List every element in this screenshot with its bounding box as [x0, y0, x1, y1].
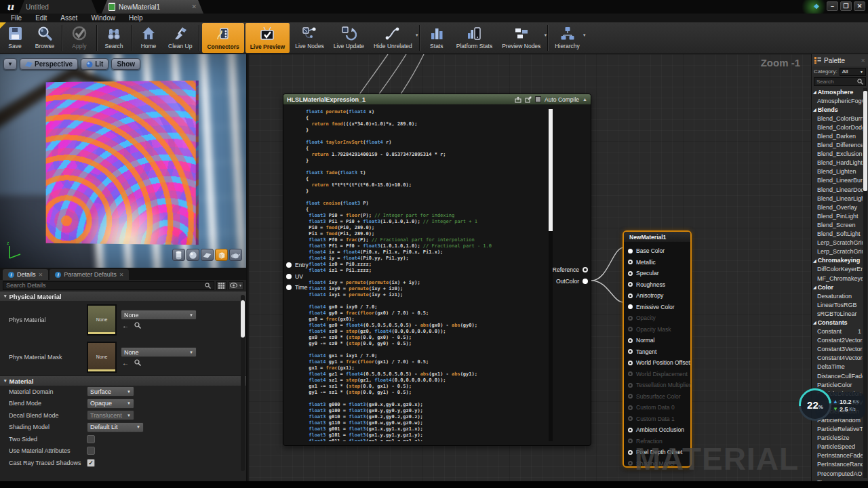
grid-view-button[interactable] [216, 281, 226, 290]
material-pin-metallic[interactable]: Metallic [628, 257, 689, 268]
net-speed-overlay[interactable]: ▲10.2K/s ▼2.5K/s 22% [799, 387, 867, 424]
home-button[interactable]: Home [134, 22, 163, 54]
pin-circle-icon[interactable] [286, 262, 292, 268]
palette-item-atmosphericfogc[interactable]: AtmosphericFogC [812, 96, 863, 105]
material-result-node[interactable]: NewMaterial1 Base ColorMetallicSpecularR… [623, 230, 692, 468]
pin-circle-icon[interactable] [628, 293, 633, 298]
palette-item-blend-screen[interactable]: Blend_Screen [812, 220, 863, 229]
dropdown-caret-icon[interactable]: ▼ [415, 33, 419, 37]
apply-button[interactable]: Apply [64, 22, 94, 54]
tab-newmaterial1[interactable]: NewMaterial1 ✕ [102, 0, 203, 14]
shading-model-dropdown[interactable]: Default Lit▼ [87, 422, 144, 432]
palette-item-blend-hardlight[interactable]: Blend_HardLight [812, 159, 863, 167]
pin-circle-icon[interactable] [628, 394, 633, 399]
preview-shape-teapot-button[interactable] [229, 249, 242, 261]
live-nodes-button[interactable]: Live Nodes [290, 22, 329, 54]
palette-item-lerp-scratchgrin[interactable]: Lerp_ScratchGrin [812, 239, 863, 247]
details-search-input[interactable]: Search Details [3, 281, 214, 290]
output-pin-outcolor[interactable]: OutColor [556, 278, 588, 285]
palette-category-blends[interactable]: ◢Blends [812, 105, 863, 114]
stats-button[interactable]: Stats [422, 22, 452, 54]
collapse-node-icon[interactable]: ▲ [583, 97, 587, 102]
cast-ray-traced-shadows-checkbox[interactable]: ✓ [87, 459, 95, 467]
pin-circle-icon[interactable] [628, 260, 633, 264]
material-pin-specular[interactable]: Specular [628, 268, 689, 279]
palette-item-blend-lighten[interactable]: Blend_Lighten [812, 167, 863, 176]
palette-category-atmosphere[interactable]: ◢Atmosphere [812, 87, 863, 96]
pin-circle-icon[interactable] [628, 428, 633, 432]
palette-item-blend-linearburn[interactable]: Blend_LinearBurn [812, 176, 863, 185]
dropdown-caret-icon[interactable]: ▼ [583, 33, 587, 37]
section-header-physical-material[interactable]: ▾Physical Material [0, 291, 246, 301]
hide-unrelated-button[interactable]: Hide Unrelated▼ [369, 22, 417, 54]
palette-item-constant[interactable]: Constant1 [812, 327, 863, 336]
maximize-button[interactable]: ❐ [840, 1, 852, 11]
pin-circle-icon[interactable] [628, 338, 633, 343]
pin-circle-icon[interactable] [628, 439, 633, 443]
hlsl-expression-node[interactable]: HLSLMaterialExpression_1 Auto Compile ▲ … [283, 94, 591, 446]
palette-category-color[interactable]: ◢Color [812, 283, 863, 291]
palette-item-blend-softlight[interactable]: Blend_SoftLight [812, 230, 863, 239]
pin-circle-icon[interactable] [286, 274, 292, 279]
palette-item-perinstancerand[interactable]: PerInstanceRand [812, 460, 863, 469]
tab-parameter-defaults[interactable]: iParameter Defaults✕ [50, 269, 129, 280]
output-pin-reference[interactable]: Reference [553, 266, 588, 273]
input-pin-time[interactable]: Time [286, 284, 308, 291]
pin-circle-icon[interactable] [628, 327, 633, 331]
dropdown-caret-icon[interactable]: ▼ [543, 33, 547, 37]
hlsl-node-header[interactable]: HLSLMaterialExpression_1 Auto Compile ▲ [283, 94, 591, 104]
clean-up-button[interactable]: Clean Up [163, 22, 197, 54]
palette-item-lineartosrgb[interactable]: LinearTosRGB [812, 300, 863, 309]
material-pin-emissive-color[interactable]: Emissive Color [628, 302, 689, 313]
browse-asset-icon[interactable] [134, 359, 141, 366]
pin-circle-icon[interactable] [583, 267, 588, 272]
use-selected-icon[interactable]: ← [122, 322, 129, 329]
browse-asset-icon[interactable] [134, 322, 141, 329]
material-pin-tangent[interactable]: Tangent [628, 346, 689, 358]
minimize-button[interactable]: – [827, 1, 838, 11]
preview-shape-sphere-button[interactable] [186, 249, 199, 261]
material-preview-mesh[interactable] [46, 81, 199, 245]
pin-circle-icon[interactable] [628, 450, 633, 455]
palette-item-perinstancefadea[interactable]: PerInstanceFadeA [812, 451, 863, 460]
material-domain-dropdown[interactable]: Surface▼ [87, 386, 134, 396]
perspective-button[interactable]: Perspective [20, 58, 78, 70]
hlsl-code-block[interactable]: float4 permute(float4 x) { return fmod((… [306, 109, 547, 441]
palette-item-constant4vector[interactable]: Constant4Vector4 [812, 354, 863, 363]
material-pin-roughness[interactable]: Roughness [628, 279, 689, 291]
palette-item-mf-chromakeyer[interactable]: MF_Chromakeyer [812, 274, 863, 283]
menu-asset[interactable]: Asset [54, 14, 84, 22]
platform-stats-button[interactable]: Platform Stats [452, 22, 497, 54]
blend-mode-dropdown[interactable]: Opaque▼ [87, 399, 134, 409]
auto-compile-checkbox[interactable] [535, 96, 541, 102]
palette-category-constants[interactable]: ◢Constants [812, 318, 863, 327]
palette-category-chromakeying[interactable]: ◢Chromakeying [812, 256, 863, 265]
menu-file[interactable]: File [4, 14, 28, 22]
input-pin-entry[interactable]: Entry [286, 262, 309, 268]
asset-thumbnail[interactable]: None [87, 342, 117, 373]
pin-circle-icon[interactable] [628, 361, 633, 365]
palette-close-icon[interactable]: ✕ [861, 58, 865, 64]
connectors-button[interactable]: Connectors [202, 23, 243, 53]
palette-item-lerp-scratchgrin[interactable]: Lerp_ScratchGrin [812, 247, 863, 256]
pin-circle-icon[interactable] [628, 316, 633, 321]
palette-item-blend-difference[interactable]: Blend_Difference [812, 141, 863, 150]
tab-untitled[interactable]: Untitled [19, 0, 97, 14]
palette-item-blend-pinlight[interactable]: Blend_PinLight [812, 211, 863, 220]
asset-thumbnail[interactable]: None [87, 304, 117, 336]
preview-shape-cube-button[interactable] [215, 249, 228, 261]
show-button[interactable]: Show [111, 58, 140, 70]
preview-shape-cylinder-button[interactable] [172, 249, 185, 261]
material-pin-base-color[interactable]: Base Color [628, 245, 689, 257]
palette-search-input[interactable]: Search [814, 77, 866, 86]
lit-button[interactable]: Lit [81, 58, 108, 70]
open-external-icon[interactable] [525, 96, 532, 103]
material-pin-normal[interactable]: Normal [628, 335, 689, 346]
section-header-material[interactable]: ▾Material [0, 375, 246, 386]
two-sided-checkbox[interactable] [87, 435, 95, 443]
visibility-filter-button[interactable]: ▼ [229, 281, 243, 290]
tab-close-icon[interactable]: ✕ [191, 3, 197, 10]
pin-circle-icon[interactable] [286, 285, 292, 290]
pin-circle-icon[interactable] [583, 279, 588, 284]
palette-item-srgbtolinear[interactable]: sRGBToLinear [812, 309, 863, 318]
